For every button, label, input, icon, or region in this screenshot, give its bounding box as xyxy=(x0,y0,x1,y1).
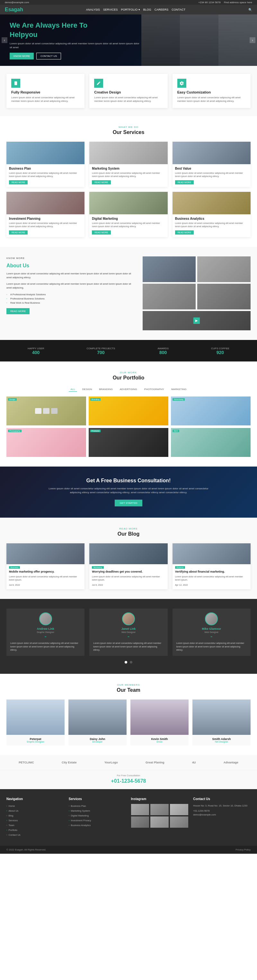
stat-cups-coffee: Cups Coffee 920 xyxy=(211,346,229,355)
consult-title: Get A Free Business Consultation! xyxy=(13,478,244,484)
testimonial-card-2: Janet Link Web Designer " Lorem ipsum do… xyxy=(89,609,167,656)
portfolio-item-3[interactable]: Advertising xyxy=(171,396,251,425)
team-role-1: Graphic Designer xyxy=(9,741,62,743)
portfolio-section: Our Work Our Portfolio ALL DESIGN BRANDI… xyxy=(0,361,257,466)
brand-2: City Estate xyxy=(62,761,77,764)
blog-badge-2: Marketing xyxy=(92,566,103,569)
insta-1[interactable] xyxy=(131,804,149,815)
filter-all[interactable]: ALL xyxy=(69,387,77,392)
service-read-more-2[interactable]: READ MORE xyxy=(92,180,111,185)
service-read-more-6[interactable]: READ MORE xyxy=(175,231,194,235)
nav-blog[interactable]: BLOG xyxy=(143,8,151,11)
team-role-2: Developer xyxy=(71,741,124,743)
footer-privacy-link[interactable]: Privacy Policy xyxy=(235,848,251,851)
blog-title-2: Worrying deadlines get you covered. xyxy=(92,570,165,574)
service-image-6 xyxy=(173,192,251,214)
consult-button[interactable]: GET STARTED xyxy=(115,500,142,506)
service-card-6: Business Analytics Lorem ipsum dolor sit… xyxy=(173,192,251,237)
insta-6[interactable] xyxy=(170,816,188,828)
portfolio-item-4[interactable]: Photography xyxy=(6,428,86,457)
blog-image-3 xyxy=(173,543,251,564)
hero-next-button[interactable]: › xyxy=(250,37,255,43)
team-grid: Peterpat Graphic Designer Daisy John Dev… xyxy=(6,700,251,745)
team-image-1 xyxy=(6,700,65,735)
about-image-3 xyxy=(143,284,196,309)
service-title-5: Digital Marketing xyxy=(92,217,165,220)
nav-portfolio[interactable]: PORTFOLIO ▾ xyxy=(121,8,140,11)
feature-card-design: Creative Design Lorem ipsum dolor sit am… xyxy=(89,74,167,108)
dot-1[interactable] xyxy=(125,661,127,663)
portfolio-item-1[interactable]: Design xyxy=(6,396,86,425)
hero-contact-button[interactable]: CONTACT US xyxy=(36,53,61,59)
hero-prev-button[interactable]: ‹ xyxy=(2,37,7,43)
team-title: Our Team xyxy=(6,687,251,693)
filter-marketing[interactable]: MARKETING xyxy=(169,387,189,392)
footer-phone[interactable]: +01-1234-5678 xyxy=(4,778,253,784)
insta-3[interactable] xyxy=(170,804,188,815)
service-desc-6: Lorem ipsum dolor sit amet consectetur a… xyxy=(175,222,248,229)
about-list-item-3: Real Work is Real Business xyxy=(6,301,136,305)
hero-know-more-button[interactable]: KNOW MORE xyxy=(10,53,34,59)
brand-1: PETCLINIC xyxy=(19,761,34,764)
filter-advertising[interactable]: ADVERTISING xyxy=(118,387,139,392)
testimonials-grid: Andrew Link Graphic Designer " Lorem ips… xyxy=(6,609,251,656)
service-read-more-3[interactable]: READ MORE xyxy=(175,180,194,185)
blog-badge-3: Finance xyxy=(175,566,185,569)
filter-design[interactable]: DESIGN xyxy=(80,387,94,392)
team-image-4 xyxy=(192,700,251,735)
topbar-address[interactable]: Find address space here xyxy=(224,1,252,4)
feature-desc-1: Lorem ipsum dolor sit amet consectetur a… xyxy=(11,96,80,103)
search-icon[interactable]: 🔍 xyxy=(248,8,252,11)
service-image-3 xyxy=(173,142,251,164)
portfolio-item-2[interactable]: Branding xyxy=(89,396,168,425)
dot-2[interactable] xyxy=(130,661,132,663)
portfolio-item-5[interactable]: Products xyxy=(89,428,168,457)
team-card-1: Peterpat Graphic Designer xyxy=(6,700,65,745)
svg-rect-0 xyxy=(14,81,17,85)
nav-links: ANALYSIS SERVICES PORTFOLIO ▾ BLOG CAREE… xyxy=(86,8,186,11)
nav-careers[interactable]: CAREERS xyxy=(154,8,169,11)
footer-services: Services Business Plan Marketing System … xyxy=(69,797,126,838)
about-image-1 xyxy=(143,256,196,282)
about-image-2 xyxy=(197,256,251,282)
blog-label: Read More xyxy=(6,527,251,530)
footer-instagram-title: Instagram xyxy=(131,797,189,801)
avatar-1 xyxy=(39,612,52,625)
portfolio-item-6[interactable]: SEO xyxy=(171,428,251,457)
service-read-more-5[interactable]: READ MORE xyxy=(92,231,111,235)
team-card-3: Kevin Smith Driver xyxy=(130,700,189,745)
features-section: Fully Responsive Lorem ipsum dolor sit a… xyxy=(0,66,257,116)
blog-badge-1: Business xyxy=(9,566,20,569)
footer-cta-label: For Free Consultation xyxy=(4,774,253,777)
services-title: Our Services xyxy=(6,129,251,135)
about-section: Know More About Us Lorem ipsum dolor sit… xyxy=(0,247,257,340)
footer-instagram: Instagram xyxy=(131,797,189,838)
service-title-2: Marketing System xyxy=(92,167,165,170)
play-button[interactable]: ▶ xyxy=(194,317,200,324)
footer-copyright: © 2022 Esagah. All Rights Reserved. xyxy=(6,848,46,851)
insta-2[interactable] xyxy=(150,804,169,815)
filter-branding[interactable]: BRANDING xyxy=(97,387,114,392)
stat-label-1: Happy User xyxy=(28,347,44,350)
team-role-4: Net Designer xyxy=(195,741,248,743)
hero-content: We Are Always Here To Helpyou Lorem ipsu… xyxy=(10,21,140,59)
nav-analysis[interactable]: ANALYSIS xyxy=(86,8,100,11)
consultation-section: Get A Free Business Consultation! Lorem … xyxy=(0,466,257,518)
insta-5[interactable] xyxy=(150,816,169,828)
service-read-more-4[interactable]: READ MORE xyxy=(9,231,28,235)
nav-contact[interactable]: CONTACT xyxy=(171,8,186,11)
stat-value-1: 400 xyxy=(28,350,44,355)
service-card-2: Marketing System Lorem ipsum dolor sit a… xyxy=(89,142,167,187)
insta-4[interactable] xyxy=(131,816,149,828)
logo[interactable]: Esagah xyxy=(5,7,23,13)
services-section: What We Do Our Services Business Plan Lo… xyxy=(0,116,257,247)
feature-card-responsive: Fully Responsive Lorem ipsum dolor sit a… xyxy=(6,74,84,108)
service-read-more-1[interactable]: READ MORE xyxy=(9,180,28,185)
footer-nav-blog: Blog xyxy=(6,814,64,817)
nav-services[interactable]: SERVICES xyxy=(103,8,117,11)
service-desc-2: Lorem ipsum dolor sit amet consectetur a… xyxy=(92,172,165,178)
about-read-more-button[interactable]: READ MORE xyxy=(6,308,30,314)
instagram-grid xyxy=(131,804,189,828)
filter-photography[interactable]: PHOTOGRAPHY xyxy=(142,387,166,392)
stat-value-2: 700 xyxy=(87,350,115,355)
